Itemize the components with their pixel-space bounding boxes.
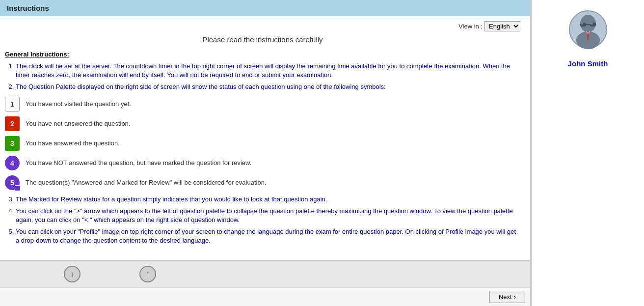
footer-instruction-4: You can click on the ">" arrow which app… <box>16 207 520 224</box>
footer-instruction-5: You can click on your "Profile" image on… <box>16 227 520 245</box>
badge-marked-review: 4 <box>5 156 20 170</box>
header-bar: Instructions <box>0 0 530 16</box>
svg-point-5 <box>580 23 583 25</box>
content-wrapper: View in : English Hindi Please read the … <box>0 16 530 306</box>
status-item-2: 2 You have not answered the question. <box>5 116 520 131</box>
status-item-4: 4 You have NOT answered the question, bu… <box>5 156 520 170</box>
down-arrow-icon: ↓ <box>70 270 74 278</box>
right-sidebar: John Smith <box>531 0 644 306</box>
scroll-up-button[interactable]: ↑ <box>139 266 156 282</box>
footer-instruction-3: The Marked for Review status for a quest… <box>16 195 520 204</box>
svg-point-6 <box>590 23 593 25</box>
general-instructions-title: General Instructions: <box>5 51 520 58</box>
scroll-area[interactable]: View in : English Hindi Please read the … <box>0 16 530 260</box>
scroll-down-button[interactable]: ↓ <box>64 266 80 282</box>
instruction-2: The Question Palette displayed on the ri… <box>16 83 520 91</box>
instruction-1: The clock will be set at the server. The… <box>16 62 520 80</box>
status-text-2: You have not answered the question. <box>26 120 130 127</box>
nav-arrows: ↓ ↑ <box>5 264 215 284</box>
avatar-container <box>568 10 608 51</box>
status-item-3: 3 You have answered the question. <box>5 136 520 151</box>
status-item-5: 5 The question(s) "Answered and Marked f… <box>5 175 520 190</box>
status-symbols: 1 You have not visited the question yet.… <box>5 97 520 190</box>
please-read-text: Please read the instructions carefully <box>5 35 520 44</box>
main-area: Instructions View in : English Hindi Ple… <box>0 0 531 306</box>
next-label: Next <box>499 293 512 301</box>
next-button[interactable]: Next › <box>489 291 525 303</box>
footer-bar: ↓ ↑ <box>0 260 530 287</box>
status-text-5: The question(s) "Answered and Marked for… <box>26 179 266 186</box>
avatar <box>568 10 608 49</box>
view-in-label: View in : <box>458 23 483 30</box>
footer-instructions-list: The Marked for Review status for a quest… <box>5 195 520 246</box>
status-text-3: You have answered the question. <box>26 139 120 147</box>
badge-answered-marked: 5 <box>5 175 20 190</box>
page-title: Instructions <box>7 4 49 12</box>
next-arrow-icon: › <box>514 293 516 301</box>
view-in-row: View in : English Hindi <box>5 21 520 31</box>
badge-not-answered: 2 <box>5 116 20 131</box>
user-name: John Smith <box>568 59 608 68</box>
badge-answered: 3 <box>5 136 20 151</box>
status-text-1: You have not visited the question yet. <box>26 100 131 108</box>
up-arrow-icon: ↑ <box>146 270 150 278</box>
bottom-bar: Next › <box>0 287 530 306</box>
language-select[interactable]: English Hindi <box>484 21 520 31</box>
status-item-1: 1 You have not visited the question yet. <box>5 97 520 111</box>
status-text-4: You have NOT answered the question, but … <box>26 159 251 167</box>
instructions-list: The clock will be set at the server. The… <box>5 62 520 92</box>
badge-not-visited: 1 <box>5 97 20 111</box>
